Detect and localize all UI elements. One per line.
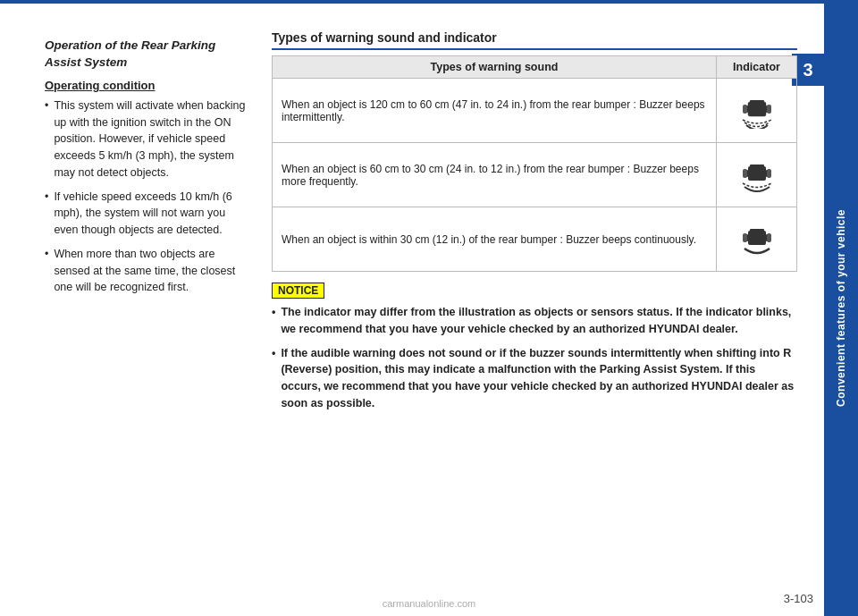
list-item: If vehicle speed exceeds 10 km/h (6 mph)…: [45, 189, 250, 239]
car-rear-icon-3: [736, 215, 778, 257]
svg-rect-15: [750, 229, 764, 232]
svg-rect-17: [767, 233, 771, 242]
subsection-title: Operating condition: [45, 79, 250, 92]
svg-rect-11: [767, 169, 771, 178]
warning-description-3: When an object is within 30 cm (12 in.) …: [273, 207, 717, 272]
indicator-icon-2: [717, 143, 797, 207]
svg-rect-10: [743, 169, 747, 178]
car-rear-icon-1: [736, 86, 778, 129]
warning-section-title: Types of warning sound and indicator: [272, 30, 797, 50]
svg-rect-12: [748, 231, 766, 245]
svg-rect-6: [748, 166, 766, 181]
table-row: When an object is within 30 cm (12 in.) …: [273, 207, 797, 272]
svg-rect-0: [748, 102, 766, 116]
svg-rect-5: [767, 105, 771, 114]
indicator-icon-1: [717, 79, 797, 143]
list-item: When more than two objects are sensed at…: [45, 246, 250, 296]
warning-description-2: When an object is 60 cm to 30 cm (24 in.…: [273, 143, 717, 207]
right-sidebar: Convenient features of your vehicle: [824, 0, 858, 616]
warning-table: Types of warning sound Indicator When an…: [272, 55, 797, 272]
car-rear-icon-2: [736, 150, 778, 193]
svg-rect-3: [750, 100, 764, 104]
page-number: 3-103: [784, 592, 813, 605]
list-item: This system will activate when backing u…: [45, 97, 250, 181]
notice-box: NOTICE The indicator may differ from the…: [272, 283, 797, 412]
indicator-icon-3: [717, 207, 797, 272]
svg-rect-4: [743, 105, 747, 114]
section-title: Operation of the Rear Parking Assist Sys…: [45, 38, 250, 72]
warning-description-1: When an object is 120 cm to 60 cm (47 in…: [273, 79, 717, 143]
svg-rect-9: [750, 165, 764, 168]
table-header-indicator: Indicator: [717, 56, 797, 79]
watermark: carmanualonline.com: [383, 598, 476, 609]
operating-conditions-list: This system will activate when backing u…: [45, 97, 250, 296]
table-row: When an object is 60 cm to 30 cm (24 in.…: [273, 143, 797, 207]
table-header-sound: Types of warning sound: [273, 56, 717, 79]
svg-rect-16: [743, 233, 747, 242]
right-column: Types of warning sound and indicator Typ…: [272, 30, 797, 598]
main-content: Operation of the Rear Parking Assist Sys…: [0, 4, 824, 616]
notice-list: The indicator may differ from the illust…: [272, 304, 797, 412]
left-column: Operation of the Rear Parking Assist Sys…: [45, 30, 250, 598]
notice-label: NOTICE: [272, 283, 324, 299]
sidebar-chapter-label: Convenient features of your vehicle: [835, 209, 847, 407]
notice-item: If the audible warning does not sound or…: [272, 345, 797, 412]
table-row: When an object is 120 cm to 60 cm (47 in…: [273, 79, 797, 143]
notice-item: The indicator may differ from the illust…: [272, 304, 797, 338]
